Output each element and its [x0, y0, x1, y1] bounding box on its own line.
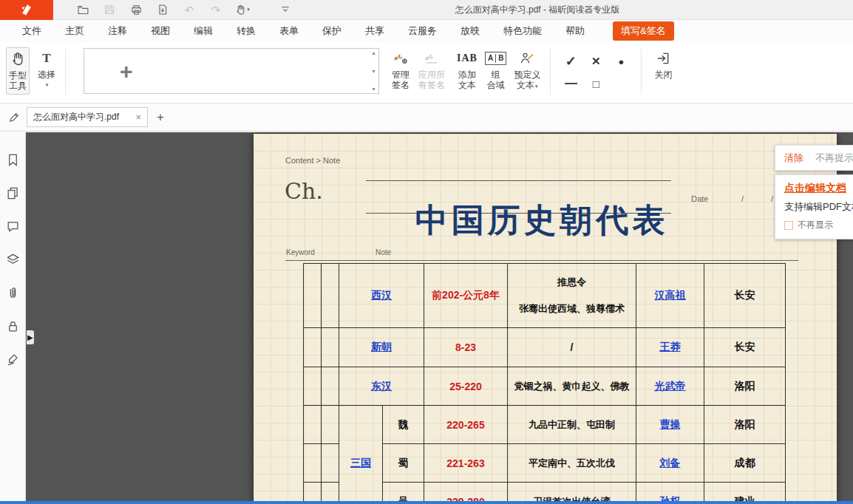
- menu-item-home[interactable]: 主页: [65, 24, 84, 38]
- dynasty-link[interactable]: 新朝: [339, 328, 424, 367]
- predefined-text-button[interactable]: 预定义 文本▾: [512, 47, 543, 93]
- date-label: Date: [691, 194, 708, 203]
- dynasty-link[interactable]: 西汉: [339, 264, 424, 328]
- signature-scroll-down-icon[interactable]: ▼: [371, 69, 376, 74]
- empty-cell: [322, 328, 339, 367]
- sub-dynasty-cell: 蜀: [383, 444, 424, 483]
- predefined-text-label: 预定义 文本▾: [514, 69, 540, 91]
- signature-panel-icon[interactable]: [6, 353, 20, 367]
- menu-item-view[interactable]: 视图: [151, 24, 170, 38]
- stamp-group: ✓ ✕ ● — □: [558, 50, 633, 95]
- combine-field-button[interactable]: AB 组 合域: [483, 47, 509, 93]
- edit-document-link[interactable]: 点击编辑文档: [784, 182, 853, 195]
- signature-scroll-up-icon[interactable]: ▲: [371, 50, 376, 55]
- clear-link[interactable]: 清除: [784, 151, 803, 165]
- menu-item-protect[interactable]: 保护: [322, 24, 341, 38]
- table-row: 新朝 8-23 / 王莽 长安: [304, 328, 786, 367]
- hand-tool-quick-icon[interactable]: ▾: [235, 2, 250, 17]
- title-bar: ↶ ↷ ▾ 怎么面对高中学习.pdf - 福昕阅读器专业版: [0, 0, 853, 20]
- dot-stamp-button[interactable]: ●: [610, 52, 632, 71]
- menu-item-cloud[interactable]: 云服务: [408, 24, 437, 38]
- open-file-icon[interactable]: [75, 2, 90, 17]
- table-row: 西汉 前202-公元8年 推恩令 张骞出使西域、独尊儒术 汉高祖 长安: [304, 264, 786, 328]
- signature-expand-icon[interactable]: ▼: [371, 86, 376, 92]
- attachments-panel-icon[interactable]: [6, 286, 20, 300]
- combine-field-label: 组 合域: [487, 69, 505, 91]
- checkmark-stamp-button[interactable]: ✓: [560, 52, 582, 71]
- period-cell: 25-220: [424, 367, 508, 406]
- events-cell: 党锢之祸、黄巾起义、佛教: [508, 367, 636, 406]
- menu-item-file[interactable]: 文件: [22, 24, 41, 38]
- founder-link[interactable]: 曹操: [636, 406, 704, 444]
- empty-cell: [322, 483, 339, 502]
- line-stamp-button[interactable]: —: [560, 74, 582, 93]
- cross-stamp-button[interactable]: ✕: [585, 52, 607, 71]
- export-page-icon[interactable]: [155, 2, 170, 17]
- panel-expand-icon[interactable]: ▶: [27, 330, 34, 344]
- taskbar-edge: [0, 501, 853, 504]
- manage-signature-icon: [392, 50, 409, 67]
- menu-item-edit[interactable]: 编辑: [194, 24, 213, 38]
- save-icon[interactable]: [102, 2, 117, 17]
- keyword-label: Keyword: [286, 248, 315, 256]
- close-door-icon: [656, 50, 670, 67]
- founder-link[interactable]: 汉高祖: [636, 264, 704, 328]
- foxit-logo-button[interactable]: [0, 0, 53, 20]
- hand-tool-menu-caret: ▾: [247, 7, 250, 13]
- new-tab-button[interactable]: +: [157, 110, 164, 125]
- document-tab[interactable]: 怎么面对高中学习.pdf ×: [27, 107, 148, 127]
- menu-item-help[interactable]: 帮助: [565, 24, 585, 38]
- founder-link[interactable]: 刘备: [636, 444, 704, 483]
- combine-field-icon: AB: [485, 50, 506, 67]
- pages-panel-icon[interactable]: [6, 186, 20, 200]
- tab-close-icon[interactable]: ×: [135, 112, 141, 123]
- pen-icon[interactable]: [6, 109, 22, 126]
- empty-cell: [322, 264, 339, 328]
- close-fill-sign-button[interactable]: 关闭: [652, 47, 674, 82]
- menu-item-present[interactable]: 放映: [461, 24, 480, 38]
- no-remind-link[interactable]: 不再提示: [815, 151, 853, 165]
- apply-all-signatures-button[interactable]: 应用所 有签名: [416, 47, 447, 93]
- select-tool-button[interactable]: T 选择 ▾: [35, 47, 58, 91]
- foxit-logo-icon: [19, 2, 34, 17]
- dynasty-link[interactable]: 东汉: [339, 367, 424, 406]
- apply-all-signatures-icon: [424, 50, 440, 67]
- add-signature-button[interactable]: +: [120, 59, 133, 84]
- manage-signature-button[interactable]: 管理 签名: [390, 47, 412, 93]
- document-tab-strip: 怎么面对高中学习.pdf × +: [0, 103, 853, 132]
- redo-icon[interactable]: ↷: [208, 2, 223, 17]
- app-window: ↶ ↷ ▾ 怎么面对高中学习.pdf - 福昕阅读器专业版 文件 主页 注释 视…: [0, 0, 853, 504]
- menu-item-share[interactable]: 共享: [365, 24, 384, 38]
- add-text-button[interactable]: IAB 添加 文本: [455, 47, 480, 93]
- collapse-ribbon-icon[interactable]: [278, 2, 293, 17]
- period-cell: 229-280: [424, 483, 508, 502]
- ribbon-separator: [65, 49, 66, 95]
- founder-link[interactable]: 光武帝: [636, 367, 704, 406]
- tab-fill-and-sign[interactable]: 填写&签名: [613, 21, 674, 41]
- menu-item-form[interactable]: 表单: [279, 24, 299, 38]
- predefined-text-caret-icon: ▾: [535, 84, 538, 89]
- rectangle-stamp-button[interactable]: □: [585, 74, 607, 93]
- comments-panel-icon[interactable]: [6, 219, 20, 234]
- events-cell: /: [508, 328, 636, 367]
- pdf-page: Content > Note Ch. 中国历史朝代表 Date / / Keyw…: [254, 134, 837, 501]
- page-breadcrumb: Content > Note: [285, 156, 340, 165]
- founder-link[interactable]: 孙权: [636, 483, 704, 502]
- bookmarks-panel-icon[interactable]: [6, 153, 20, 167]
- events-cell: 推恩令 张骞出使西域、独尊儒术: [508, 264, 636, 328]
- founder-link[interactable]: 王莽: [636, 328, 704, 367]
- dont-show-checkbox[interactable]: [784, 221, 793, 230]
- period-cell: 220-265: [424, 406, 508, 444]
- menu-item-features[interactable]: 特色功能: [503, 24, 542, 38]
- add-text-label: 添加 文本: [458, 69, 476, 91]
- period-cell: 8-23: [424, 328, 508, 367]
- menu-item-comment[interactable]: 注释: [108, 24, 127, 38]
- security-panel-icon[interactable]: [6, 319, 20, 333]
- hand-tool-button[interactable]: 手型 工具: [6, 47, 30, 95]
- undo-icon[interactable]: ↶: [182, 2, 197, 17]
- print-icon[interactable]: [129, 2, 143, 17]
- dynasty-link[interactable]: 三国: [339, 406, 383, 502]
- layers-panel-icon[interactable]: [6, 253, 20, 267]
- menu-item-convert[interactable]: 转换: [237, 24, 256, 38]
- document-view[interactable]: ▶ Content > Note Ch. 中国历史朝代表 Date / / Ke…: [26, 132, 853, 501]
